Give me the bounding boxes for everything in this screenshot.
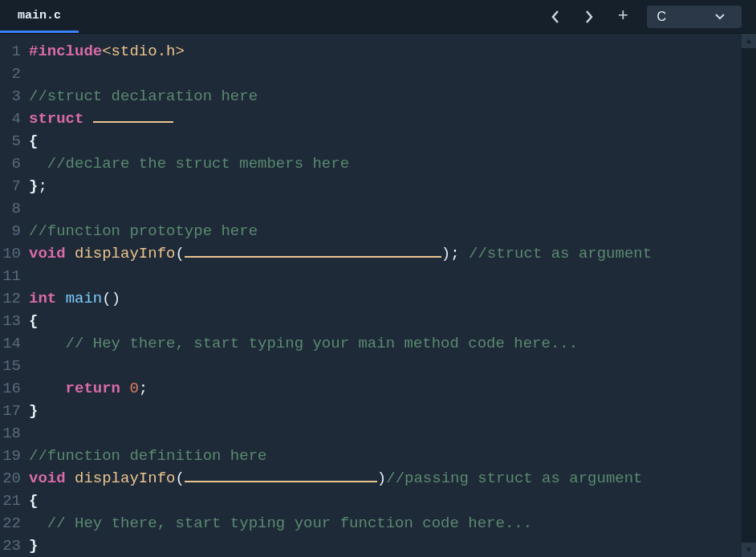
scrollbar-thumb[interactable]: [742, 48, 756, 543]
line-content: int main(): [29, 287, 756, 310]
code-line[interactable]: 21{: [0, 490, 756, 512]
language-selector[interactable]: C: [647, 6, 742, 28]
code-line[interactable]: 9//function prototype here: [0, 220, 756, 242]
code-line[interactable]: 7};: [0, 175, 756, 197]
code-editor[interactable]: 1#include<stdio.h>23//struct declaration…: [0, 34, 756, 557]
code-line[interactable]: 19//function definition here: [0, 445, 756, 467]
code-token: #include: [29, 43, 102, 60]
code-token: int: [29, 290, 56, 307]
code-line[interactable]: 4struct: [0, 108, 756, 130]
line-content: {: [29, 130, 756, 152]
chevron-right-icon: [584, 10, 594, 24]
line-content: //declare the struct members here: [29, 152, 756, 175]
tab-label: main.c: [18, 9, 61, 22]
scroll-up-button[interactable]: ▲: [742, 34, 756, 48]
code-token: <stdio.h>: [102, 43, 185, 60]
code-line[interactable]: 10void displayInfo(); //struct as argume…: [0, 242, 756, 265]
chevron-left-icon: [551, 10, 560, 24]
plus-icon: +: [618, 6, 628, 26]
code-token: ): [377, 470, 386, 487]
scroll-down-button[interactable]: ▼: [742, 543, 756, 557]
line-content: {: [29, 310, 756, 332]
line-content: // Hey there, start typing your main met…: [29, 332, 756, 355]
line-content: }: [29, 400, 756, 422]
code-token: void: [29, 470, 66, 487]
code-token: displayInfo: [75, 470, 175, 487]
code-token: //declare the struct members here: [47, 155, 349, 173]
code-token: struct: [29, 110, 83, 128]
line-content: //function prototype here: [29, 220, 756, 242]
code-line[interactable]: 3//struct declaration here: [0, 85, 756, 108]
code-line[interactable]: 8: [0, 197, 756, 220]
code-line[interactable]: 16 return 0;: [0, 377, 756, 400]
line-number: 10: [0, 242, 29, 265]
code-line[interactable]: 1#include<stdio.h>: [0, 40, 756, 63]
line-content: {: [29, 490, 756, 512]
nav-forward-button[interactable]: [579, 7, 599, 26]
line-number: 11: [0, 265, 29, 287]
add-tab-button[interactable]: +: [613, 7, 632, 26]
line-number: 2: [0, 63, 29, 85]
nav-back-button[interactable]: [546, 7, 565, 26]
code-token: [29, 155, 47, 173]
code-token: void: [29, 245, 66, 262]
code-line[interactable]: 17}: [0, 400, 756, 422]
line-number: 19: [0, 445, 29, 467]
code-token: [56, 290, 65, 307]
code-line[interactable]: 13{: [0, 310, 756, 332]
line-content: struct: [29, 108, 756, 130]
fill-blank[interactable]: [185, 243, 441, 258]
code-line[interactable]: 14 // Hey there, start typing your main …: [0, 332, 756, 355]
line-number: 14: [0, 332, 29, 355]
code-token: // Hey there, start typing your function…: [47, 514, 532, 532]
code-line[interactable]: 11: [0, 265, 756, 287]
code-token: (: [175, 245, 184, 262]
code-line[interactable]: 12int main(): [0, 287, 756, 310]
line-content: #include<stdio.h>: [29, 40, 756, 63]
code-line[interactable]: 20void displayInfo()//passing struct as …: [0, 467, 756, 490]
code-line[interactable]: 22 // Hey there, start typing your funct…: [0, 512, 756, 535]
code-token: [83, 110, 92, 128]
vertical-scrollbar[interactable]: ▲ ▼: [742, 34, 756, 557]
code-token: ;: [139, 380, 148, 397]
line-content: [29, 422, 756, 445]
tab-controls: + C: [546, 6, 756, 28]
line-number: 1: [0, 40, 29, 63]
code-token: ;: [450, 245, 459, 262]
fill-blank[interactable]: [185, 468, 377, 482]
line-number: 9: [0, 220, 29, 242]
code-token: [66, 470, 75, 487]
line-content: [29, 355, 756, 377]
code-token: {: [29, 492, 38, 510]
line-content: [29, 63, 756, 85]
tab-bar: main.c + C: [0, 0, 756, 34]
code-token: main: [66, 290, 103, 307]
line-number: 20: [0, 467, 29, 490]
code-line[interactable]: 6 //declare the struct members here: [0, 152, 756, 175]
line-content: [29, 197, 756, 220]
line-content: [29, 265, 756, 287]
line-content: };: [29, 175, 756, 197]
code-line[interactable]: 15: [0, 355, 756, 377]
code-line[interactable]: 5{: [0, 130, 756, 152]
code-line[interactable]: 23}: [0, 535, 756, 557]
code-line[interactable]: 18: [0, 422, 756, 445]
line-content: }: [29, 535, 756, 557]
line-number: 17: [0, 400, 29, 422]
line-number: 15: [0, 355, 29, 377]
code-line[interactable]: 2: [0, 63, 756, 85]
fill-blank[interactable]: [93, 108, 173, 123]
code-token: //passing struct as argument: [386, 470, 642, 487]
tab-main-c[interactable]: main.c: [0, 0, 79, 33]
line-content: void displayInfo(); //struct as argument: [29, 242, 756, 265]
line-number: 8: [0, 197, 29, 220]
code-token: [29, 380, 66, 397]
line-number: 7: [0, 175, 29, 197]
line-number: 3: [0, 85, 29, 108]
code-token: (): [102, 290, 120, 307]
code-token: }: [29, 537, 38, 555]
line-content: //struct declaration here: [29, 85, 756, 108]
code-token: ;: [38, 177, 47, 195]
code-token: //struct declaration here: [29, 87, 258, 105]
line-number: 13: [0, 310, 29, 332]
